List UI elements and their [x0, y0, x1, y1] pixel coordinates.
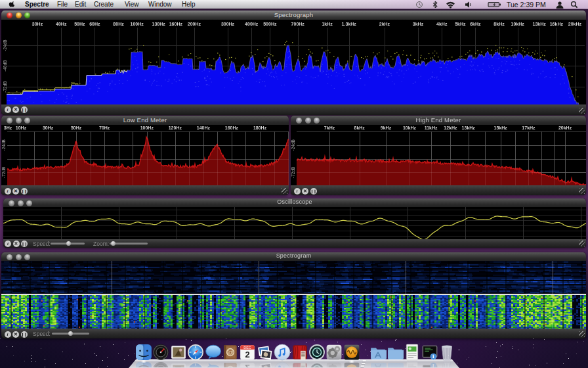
svg-text:2: 2 [245, 363, 249, 368]
svg-text:ℹ: ℹ [432, 354, 434, 359]
svg-text:DEC: DEC [243, 346, 251, 350]
svg-text:2: 2 [245, 350, 249, 359]
svg-text:ℹ: ℹ [432, 363, 434, 368]
svg-text:@: @ [227, 348, 234, 356]
